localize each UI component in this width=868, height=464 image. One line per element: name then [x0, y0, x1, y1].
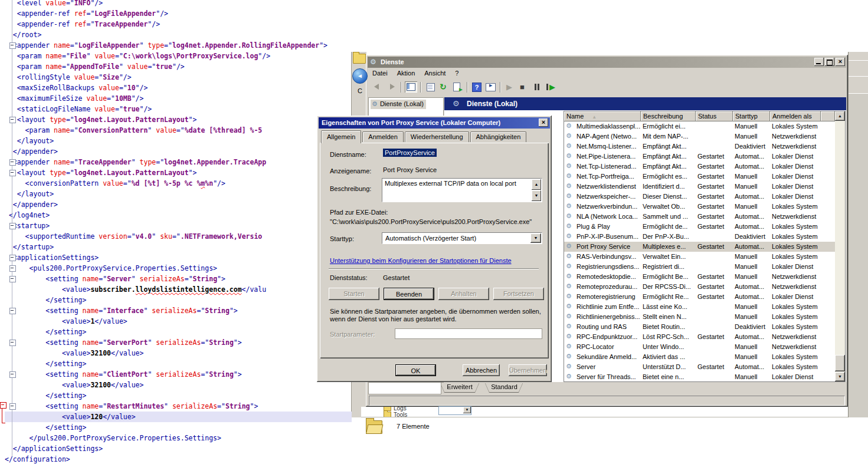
code-line[interactable]: <appender-ref ref="LogFileAppender"/> [5, 8, 352, 19]
code-line[interactable]: <layout type="log4net.Layout.PatternLayo… [5, 167, 352, 178]
column-header-name[interactable]: Name▲ [564, 111, 641, 121]
service-row[interactable]: ⚙Richtlinie zum Entfe...Lässt eine Ko...… [564, 302, 835, 312]
fold-collapse-icon[interactable] [9, 159, 16, 166]
service-row[interactable]: ⚙Net.Pipe-Listenera...Empfängt Akt...Ges… [564, 152, 835, 162]
scroll-up-icon[interactable]: ▲ [532, 179, 541, 190]
window-titlebar[interactable]: ⚙ Dienste × [368, 57, 846, 68]
tab-abhängigkeiten[interactable]: Abhängigkeiten [470, 131, 527, 142]
column-header-anmelden-als[interactable]: Anmelden als [770, 111, 821, 121]
forward-icon[interactable] [385, 81, 398, 93]
code-line[interactable]: <startup> [5, 221, 352, 231]
code-line[interactable]: </layout> [5, 189, 352, 199]
menu-datei[interactable]: Datei [368, 68, 392, 79]
back-icon[interactable] [372, 81, 384, 93]
service-row[interactable]: ⚙Netzwerkspeicher-...Dieser Dienst...Ges… [564, 192, 835, 202]
fold-collapse-icon[interactable] [9, 265, 16, 272]
code-line[interactable]: </appender> [5, 199, 352, 210]
fold-collapse-icon[interactable] [9, 170, 16, 176]
code-line[interactable]: <value>1</value> [5, 316, 352, 327]
refresh-icon[interactable] [438, 81, 450, 93]
code-line[interactable]: <setting name="ClientPort" serializeAs="… [5, 369, 352, 380]
maximize-icon[interactable] [825, 58, 834, 66]
code-line[interactable]: <value>subscriber.lloydslistintelligence… [5, 284, 352, 295]
tab-standard[interactable]: Standard [485, 383, 523, 392]
startparameter-input[interactable] [395, 328, 542, 339]
scrollbar-thumb[interactable] [835, 355, 845, 371]
code-line[interactable]: <setting name="Server" serializeAs="Stri… [5, 274, 352, 284]
service-row[interactable]: ⚙ServerUnterstützt D...GestartetAutomat.… [564, 362, 835, 372]
code-line[interactable]: <param name="File" value="C:\work\logs\P… [5, 51, 352, 61]
export-list-icon[interactable] [451, 81, 464, 93]
service-row[interactable]: ⚙Registrierungsdiens...Registriert di...… [564, 262, 835, 272]
service-row[interactable]: ⚙NLA (Network Loca...Sammelt und ...Gest… [564, 212, 835, 222]
service-row[interactable]: ⚙RPC-Endpunktzuor...Löst RPC-Sch...Gesta… [564, 332, 835, 342]
code-line[interactable]: <setting name="RestartMinutes" serialize… [5, 401, 352, 412]
code-line[interactable]: <appender name="TraceAppender" type="log… [5, 157, 352, 167]
code-line[interactable]: </root> [5, 29, 352, 40]
properties-icon[interactable] [424, 81, 437, 93]
tree-item-dienste-lokal[interactable]: ⚙Dienste (Lokal) [371, 100, 426, 109]
service-row[interactable]: ⚙RAS-Verbindungsv...Verwaltet Ein...Manu… [564, 252, 835, 262]
pause-service-icon[interactable] [531, 81, 543, 93]
code-line[interactable]: </setting> [5, 390, 352, 401]
code-line[interactable]: <level value="INFO"/> [5, 0, 352, 8]
service-row[interactable]: ⚙Plug & PlayErmöglicht de...GestartetAut… [564, 222, 835, 232]
service-row[interactable]: ⚙Port Proxy ServiceMultiplexes e...Gesta… [564, 242, 835, 252]
code-line[interactable]: <maximumFileSize value="10MB"/> [5, 93, 352, 104]
tab-wiederherstellung[interactable]: Wiederherstellung [405, 131, 469, 142]
service-row[interactable]: ⚙Multimediaklassenpl...Ermöglicht ei...M… [564, 121, 835, 131]
code-line[interactable]: <rollingStyle value="Size"/> [5, 72, 352, 83]
code-line[interactable]: <conversionPattern value="%d [%t] %-5p %… [5, 178, 352, 189]
column-header-beschreibung[interactable]: Beschreibung [641, 111, 696, 121]
service-row[interactable]: ⚙NAP-Agent (Netwo...Mit dem NAP-...Manue… [564, 131, 835, 141]
service-row[interactable]: ⚙Net.Msmq-Listener...Empfängt Akt...Deak… [564, 141, 835, 152]
dienstname-value[interactable]: PortProxyService [383, 149, 437, 157]
code-line[interactable]: <layout type="log4net.Layout.PatternLayo… [5, 114, 352, 125]
code-line[interactable]: </applicationSettings> [5, 443, 352, 454]
stop-service-icon[interactable] [517, 81, 530, 93]
code-lines[interactable]: <level value="INFO"/> <appender-ref ref=… [5, 0, 352, 464]
explorer-combobox[interactable]: ▼ [438, 406, 471, 415]
code-line[interactable]: <param name="AppendToFile" value="true"/… [5, 61, 352, 72]
service-row[interactable]: ⚙Remoteprozedurau...Der RPCSS-Di...Gesta… [564, 282, 835, 292]
fold-collapse-icon[interactable] [9, 403, 16, 410]
service-row[interactable]: ⚙Netzwerkverbindun...Verwaltet Ob...Gest… [564, 202, 835, 212]
service-row[interactable]: ⚙Routing und RASBietet Routin...Deaktivi… [564, 322, 835, 332]
start-service-icon[interactable] [504, 81, 516, 93]
close-icon[interactable]: × [539, 119, 548, 127]
service-row[interactable]: ⚙RemoteregistrierungErmöglicht Re...Gest… [564, 292, 835, 302]
code-line[interactable]: </log4net> [5, 210, 352, 221]
tab-anmelden[interactable]: Anmelden [362, 131, 404, 142]
code-line[interactable]: </setting> [5, 327, 352, 337]
code-line[interactable]: <value>32100</value> [5, 380, 352, 390]
code-line[interactable]: <param name="ConversionPattern" value="%… [5, 125, 352, 136]
fold-collapse-icon[interactable] [9, 371, 16, 378]
code-line[interactable]: </appender> [5, 146, 352, 157]
service-row[interactable]: ⚙Net.Tcp-Portfreiga...Ermöglicht es...Ge… [564, 172, 835, 182]
ok-button[interactable]: OK [395, 364, 436, 376]
back-navigation-icon[interactable]: ◄ [352, 68, 368, 84]
scroll-down-icon[interactable]: ▼ [835, 372, 845, 381]
help-icon[interactable] [471, 81, 483, 93]
service-row[interactable]: ⚙Net.Tcp-Listenerad...Empfängt Akt...Ges… [564, 162, 835, 172]
restart-service-icon[interactable] [545, 81, 557, 93]
beenden-button[interactable]: Beenden [384, 288, 434, 300]
service-row[interactable]: ⚙Sekundäre Anmeld...Aktiviert das ...Man… [564, 352, 835, 362]
show-tree-icon[interactable] [405, 81, 417, 93]
chevron-down-icon[interactable]: ▼ [530, 233, 541, 243]
xml-editor[interactable]: <level value="INFO"/> <appender-ref ref=… [0, 0, 352, 464]
code-line[interactable]: </setting> [5, 358, 352, 369]
minimize-icon[interactable] [814, 58, 824, 66]
code-line[interactable]: </setting> [5, 295, 352, 305]
column-header-status[interactable]: Status [696, 111, 733, 121]
code-line[interactable]: <maxSizeRollBackups value="10"/> [5, 83, 352, 93]
code-line[interactable]: </startup> [5, 242, 352, 252]
column-header-starttyp[interactable]: Starttyp [733, 111, 770, 121]
beschreibung-field[interactable]: Multiplexes external TCP/IP data on loca… [382, 178, 542, 202]
service-row[interactable]: ⚙Richtlinienergebniss...Stellt einen N..… [564, 312, 835, 322]
code-line[interactable]: <staticLogFileName value="true"/> [5, 104, 352, 114]
code-line[interactable]: <appender-ref ref="TraceAppender"/> [5, 19, 352, 29]
scroll-up-icon[interactable]: ▲ [835, 111, 845, 121]
code-line[interactable]: <appender name="LogFileAppender" type="l… [5, 40, 352, 51]
show-description-icon[interactable] [484, 81, 497, 93]
